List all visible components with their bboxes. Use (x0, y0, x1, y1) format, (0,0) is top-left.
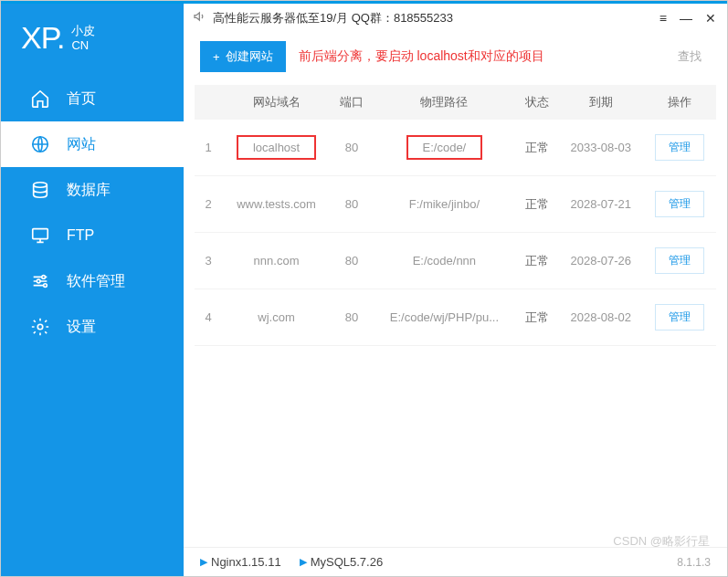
svg-point-4 (37, 279, 40, 283)
logo-sub1: 小皮 (71, 24, 95, 38)
sidebar-item-website[interactable]: 网站 (1, 121, 184, 167)
sidebar-item-software[interactable]: 软件管理 (1, 258, 184, 304)
svg-rect-2 (33, 229, 48, 239)
cell-status: 正常 (516, 120, 558, 176)
cell-path: E:/code/ (373, 120, 516, 176)
cell-idx: 2 (195, 176, 222, 233)
th-status: 状态 (516, 85, 558, 120)
table-row[interactable]: 2www.tests.com80F:/mike/jinbo/正常2028-07-… (195, 176, 716, 233)
sidebar-item-database[interactable]: 数据库 (1, 167, 184, 213)
cell-status: 正常 (516, 176, 558, 233)
th-port: 端口 (331, 85, 373, 120)
sites-table: 网站域名 端口 物理路径 状态 到期 操作 1localhost80E:/cod… (195, 85, 716, 346)
logo-sub: 小皮 CN (71, 24, 95, 52)
manage-button[interactable]: 管理 (655, 134, 704, 161)
cell-port: 80 (331, 176, 373, 233)
svg-point-6 (37, 324, 43, 330)
cell-expire: 2028-07-26 (558, 233, 644, 289)
cell-path: E:/code/wj/PHP/pu... (373, 289, 516, 346)
cell-port: 80 (331, 289, 373, 346)
create-label: 创建网站 (226, 48, 273, 65)
home-icon (30, 89, 50, 109)
service-nginx[interactable]: ▶ Nginx1.15.11 (200, 555, 281, 569)
cell-port: 80 (331, 120, 373, 176)
cell-status: 正常 (516, 289, 558, 346)
database-icon (30, 180, 50, 200)
th-idx (195, 85, 222, 120)
cell-expire: 2028-07-21 (558, 176, 644, 233)
cell-idx: 3 (195, 233, 222, 289)
announce-text[interactable]: 高性能云服务器低至19/月 QQ群：818555233 (213, 10, 453, 26)
sidebar-item-label: 网站 (67, 135, 96, 154)
cell-path: F:/mike/jinbo/ (373, 176, 516, 233)
sidebar-item-ftp[interactable]: FTP (1, 213, 184, 258)
svg-point-5 (44, 284, 47, 288)
cell-status: 正常 (516, 233, 558, 289)
monitor-icon (30, 226, 50, 246)
window-controls: ≡ — ✕ (659, 11, 716, 26)
plus-icon: + (213, 50, 220, 64)
gear-icon (30, 317, 50, 337)
table-wrap: 网站域名 端口 物理路径 状态 到期 操作 1localhost80E:/cod… (184, 85, 727, 547)
cell-action: 管理 (644, 120, 716, 176)
warning-text: 前后端分离，要启动 localhost和对应的项目 (299, 48, 544, 65)
sidebar-item-label: 首页 (67, 89, 96, 109)
manage-button[interactable]: 管理 (655, 191, 704, 217)
logo-main: XP. (21, 20, 64, 56)
play-icon: ▶ (300, 556, 307, 568)
nginx-label: Nginx1.15.11 (211, 555, 281, 569)
menu-button[interactable]: ≡ (659, 11, 667, 26)
manage-button[interactable]: 管理 (655, 247, 704, 274)
logo: XP. 小皮 CN (1, 4, 184, 76)
sidebar-item-home[interactable]: 首页 (1, 76, 184, 121)
toolbar: + 创建网站 前后端分离，要启动 localhost和对应的项目 查找 (184, 32, 727, 85)
version-label: 8.1.1.3 (677, 556, 711, 569)
close-button[interactable]: ✕ (705, 11, 716, 26)
th-action: 操作 (644, 85, 716, 120)
sliders-icon (30, 271, 50, 291)
play-icon: ▶ (200, 556, 207, 568)
sidebar-item-label: 设置 (67, 318, 96, 337)
th-domain: 网站域名 (222, 85, 331, 120)
sidebar: XP. 小皮 CN 首页 网站 数据库 FTP (1, 4, 184, 576)
cell-domain: nnn.com (222, 233, 331, 289)
manage-button[interactable]: 管理 (655, 304, 704, 330)
globe-icon (30, 134, 50, 154)
cell-action: 管理 (644, 176, 716, 233)
cell-port: 80 (331, 233, 373, 289)
service-mysql[interactable]: ▶ MySQL5.7.26 (300, 555, 384, 569)
cell-expire: 2033-08-03 (558, 120, 644, 176)
table-body: 1localhost80E:/code/正常2033-08-03管理2www.t… (195, 120, 716, 346)
titlebar: 高性能云服务器低至19/月 QQ群：818555233 ≡ — ✕ (184, 4, 727, 32)
cell-action: 管理 (644, 289, 716, 346)
svg-point-1 (34, 183, 47, 188)
table-row[interactable]: 3nnn.com80E:/code/nnn正常2028-07-26管理 (195, 233, 716, 289)
th-path: 物理路径 (373, 85, 516, 120)
announce-icon (193, 9, 207, 26)
mysql-label: MySQL5.7.26 (311, 555, 384, 569)
minimize-button[interactable]: — (680, 11, 692, 26)
sidebar-item-label: 软件管理 (67, 272, 125, 291)
table-header: 网站域名 端口 物理路径 状态 到期 操作 (195, 85, 716, 120)
create-site-button[interactable]: + 创建网站 (200, 41, 286, 72)
nav: 首页 网站 数据库 FTP 软件管理 设置 (1, 76, 184, 350)
content: 高性能云服务器低至19/月 QQ群：818555233 ≡ — ✕ + 创建网站… (184, 4, 727, 576)
th-expire: 到期 (558, 85, 644, 120)
main-row: XP. 小皮 CN 首页 网站 数据库 FTP (1, 4, 727, 576)
cell-idx: 1 (195, 120, 222, 176)
svg-point-3 (42, 276, 46, 279)
cell-domain: wj.com (222, 289, 331, 346)
cell-expire: 2028-08-02 (558, 289, 644, 346)
sidebar-item-settings[interactable]: 设置 (1, 304, 184, 350)
cell-action: 管理 (644, 233, 716, 289)
cell-domain: localhost (222, 120, 331, 176)
search-label[interactable]: 查找 (678, 48, 702, 65)
cell-idx: 4 (195, 289, 222, 346)
cell-domain: www.tests.com (222, 176, 331, 233)
logo-sub2: CN (71, 38, 95, 53)
table-row[interactable]: 4wj.com80E:/code/wj/PHP/pu...正常2028-08-0… (195, 289, 716, 346)
sidebar-item-label: 数据库 (67, 181, 111, 200)
cell-path: E:/code/nnn (373, 233, 516, 289)
table-row[interactable]: 1localhost80E:/code/正常2033-08-03管理 (195, 120, 716, 176)
sidebar-item-label: FTP (67, 227, 94, 244)
